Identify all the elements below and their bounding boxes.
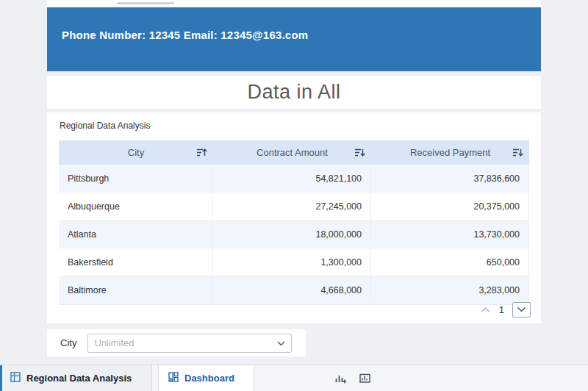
column-header-label: Received Payment: [410, 147, 490, 158]
column-header-label: City: [128, 147, 144, 158]
sort-icon[interactable]: [512, 148, 523, 157]
top-strip: [47, 0, 541, 7]
cell-contract-amount: 54,821,100: [213, 165, 371, 192]
cell-contract-amount: 18,000,000: [213, 220, 371, 248]
page-down-button[interactable]: [512, 302, 531, 318]
table-sheet-icon: [10, 372, 21, 384]
cell-received-payment: 20,375,000: [371, 193, 529, 220]
table-row: Baltimore 4,668,000 3,283,000: [59, 276, 529, 304]
page-title: Data in All: [247, 81, 340, 104]
page-up-button[interactable]: [480, 306, 491, 313]
sort-icon[interactable]: [354, 148, 365, 157]
regional-data-table: City Contract Amount: [59, 140, 529, 305]
filter-bar: City: [47, 329, 306, 356]
column-header-city[interactable]: City: [59, 140, 213, 165]
column-header-received-payment[interactable]: Received Payment: [371, 140, 529, 165]
cell-contract-amount: 1,300,000: [213, 248, 371, 276]
page-number: 1: [499, 304, 504, 315]
cell-contract-amount: 27,245,000: [213, 193, 371, 220]
cell-city: Baltimore: [59, 276, 213, 304]
report-title: Regional Data Analysis: [60, 121, 150, 131]
cell-received-payment: 3,283,000: [371, 276, 529, 304]
pagination: 1: [480, 301, 531, 318]
city-filter-input[interactable]: [87, 334, 292, 353]
cell-received-payment: 13,730,000: [371, 220, 529, 248]
sort-asc-icon[interactable]: [196, 148, 207, 157]
table-row: Bakersfield 1,300,000 650,000: [59, 248, 529, 276]
add-dashboard-icon[interactable]: [359, 373, 372, 384]
cell-contract-amount: 4,668,000: [213, 276, 371, 304]
city-filter-select[interactable]: [87, 334, 292, 353]
add-chart-icon[interactable]: [334, 373, 347, 384]
table-body: Pittsburgh 54,821,100 37,836,600 Albuque…: [59, 165, 529, 305]
page-title-bar: Data in All: [47, 76, 541, 109]
cell-city: Albuquerque: [59, 193, 213, 220]
tab-regional-data-analysis[interactable]: Regional Data Analysis: [0, 365, 152, 391]
cell-received-payment: 650,000: [371, 248, 529, 276]
cell-city: Pittsburgh: [59, 165, 213, 192]
cell-city: Atlanta: [59, 220, 213, 248]
tab-label: Regional Data Analysis: [26, 373, 132, 384]
cell-received-payment: 37,836,600: [371, 165, 529, 192]
contact-banner-text: Phone Number: 12345 Email: 12345@163.com: [62, 29, 308, 41]
column-header-contract-amount[interactable]: Contract Amount: [213, 140, 371, 165]
tab-dashboard[interactable]: Dashboard: [158, 365, 254, 391]
bottom-tab-bar: Regional Data Analysis Dashboard: [0, 365, 588, 391]
tab-label: Dashboard: [184, 373, 234, 384]
dashboard-screen: Phone Number: 12345 Email: 12345@163.com…: [0, 0, 588, 391]
city-filter-label: City: [60, 337, 76, 348]
report-card: Regional Data Analysis City Contract Amo…: [47, 112, 541, 323]
table-header-row: City Contract Amount: [59, 140, 529, 165]
dashboard-icon: [168, 372, 179, 384]
cell-city: Bakersfield: [59, 248, 213, 276]
column-header-label: Contract Amount: [257, 147, 328, 158]
scrollbar-thumb: [117, 2, 174, 4]
contact-banner: Phone Number: 12345 Email: 12345@163.com: [47, 7, 541, 71]
table-row: Albuquerque 27,245,000 20,375,000: [59, 193, 529, 220]
table-row: Pittsburgh 54,821,100 37,836,600: [59, 165, 529, 193]
table-row: Atlanta 18,000,000 13,730,000: [59, 220, 529, 248]
